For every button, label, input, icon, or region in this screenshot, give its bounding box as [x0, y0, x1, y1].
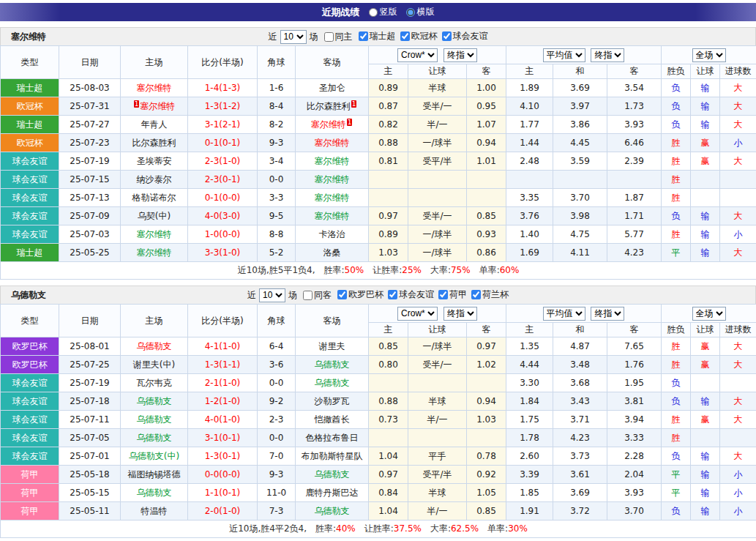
league-checkbox-input[interactable]	[442, 31, 452, 41]
odds-stage-select[interactable]: 终指	[444, 48, 477, 62]
home-team-cell[interactable]: 圣埃蒂安	[121, 152, 188, 171]
away-team-cell[interactable]: 布加勒斯特星队	[296, 447, 369, 466]
avg-away-cell: 3.94	[607, 411, 662, 429]
away-team-cell[interactable]: 洛桑	[296, 244, 369, 262]
away-team-cell[interactable]: 乌德勒支	[296, 374, 369, 392]
layout-option-vertical[interactable]: 竖版	[369, 6, 397, 18]
home-team-cell[interactable]: 乌德勒支	[121, 411, 188, 429]
home-team-cell[interactable]: 1塞尔维特	[121, 97, 188, 116]
layout-radio[interactable]	[406, 8, 415, 17]
league-checkbox-input[interactable]	[359, 31, 368, 41]
home-team-cell[interactable]: 纳沙泰尔	[121, 171, 188, 189]
away-team-cell[interactable]: 塞尔维特	[296, 207, 369, 225]
team-text: 沙勒罗瓦	[315, 396, 350, 406]
home-team-cell[interactable]: 乌德勒支(中)	[121, 447, 188, 466]
away-team-cell[interactable]: 乌德勒支	[296, 502, 369, 521]
venue-filter-checkbox[interactable]: 同客	[299, 289, 332, 302]
league-checkbox-input[interactable]	[438, 290, 448, 299]
team-text: 色格拉布鲁日	[306, 433, 359, 443]
league-checkbox-input[interactable]	[388, 290, 397, 299]
odds-company-select[interactable]: Crow*	[397, 307, 438, 321]
team-text: 纳沙泰尔	[137, 174, 172, 184]
avg-home-cell: 1.78	[506, 429, 553, 447]
away-team-cell[interactable]: 卡洛治	[296, 225, 369, 244]
away-team-cell[interactable]: 塞尔维特1	[296, 116, 369, 134]
match-row: 球会友谊25-07-11乌德勒支4-0(1-0)2-3恺撒酋长0.73半/一1.…	[1, 411, 756, 429]
handicap-result-cell	[691, 171, 720, 189]
scope-select[interactable]: 全场	[692, 307, 726, 321]
match-date-cell: 25-07-11	[59, 411, 121, 429]
team-text: 乌德勒支	[315, 469, 350, 480]
score-cell: 1-2(1-0)	[188, 392, 258, 411]
home-team-cell[interactable]: 塞尔维特	[121, 244, 188, 262]
home-team-cell[interactable]: 乌德勒支	[121, 392, 188, 411]
league-filter-checkbox[interactable]: 球会友谊	[438, 30, 488, 42]
home-team-cell[interactable]: 特温特	[121, 502, 188, 521]
league-checkbox-input[interactable]	[471, 290, 481, 299]
avg-odds-select[interactable]: 平均值	[543, 48, 585, 62]
avg-stage-select[interactable]: 终指	[591, 48, 624, 62]
home-team-cell[interactable]: 乌德勒支	[121, 484, 188, 502]
league-filter-checkbox[interactable]: 欧罗巴杯	[333, 288, 383, 301]
col-date: 日期	[59, 46, 121, 79]
away-team-cell[interactable]: 鹿特丹斯巴达	[296, 484, 369, 502]
odds-company-select[interactable]: Crow*	[397, 48, 438, 62]
layout-radio[interactable]	[369, 8, 378, 17]
layout-option-horizontal[interactable]: 横版	[406, 6, 435, 18]
league-checkbox-input[interactable]	[400, 31, 410, 41]
venue-filter-checkbox[interactable]: 同主	[320, 31, 353, 43]
score-cell: 3-1(2-1)	[188, 116, 258, 134]
home-team-cell[interactable]: 塞尔维特	[121, 79, 188, 97]
team-text: 塞尔维特	[315, 193, 350, 203]
corner-cell: 7-3	[258, 502, 296, 521]
league-filter-checkbox[interactable]: 荷甲	[434, 288, 467, 301]
match-date-cell: 25-07-23	[59, 134, 121, 152]
away-team-cell[interactable]: 乌德勒支	[296, 466, 369, 484]
league-checkbox-input[interactable]	[337, 290, 347, 299]
home-team-cell[interactable]: 比尔森胜利	[121, 134, 188, 152]
goals-result-col: 进球数	[720, 64, 756, 79]
away-team-cell[interactable]: 色格拉布鲁日	[296, 429, 369, 447]
match-count-select[interactable]: 10	[280, 30, 307, 44]
corner-cell: 8-8	[258, 225, 296, 244]
away-team-cell[interactable]: 圣加仑	[296, 79, 369, 97]
league-filter-checkbox[interactable]: 荷兰杯	[467, 288, 509, 301]
league-badge: 球会友谊	[1, 447, 59, 466]
venue-checkbox-input[interactable]	[303, 291, 312, 300]
odds-handicap-cell: 受平/半	[408, 152, 467, 171]
near-label: 近	[247, 289, 256, 302]
league-filter-checkbox[interactable]: 球会友谊	[383, 288, 434, 301]
col-score: 比分(半场)	[188, 305, 258, 337]
home-team-cell[interactable]: 福图纳锡塔德	[121, 466, 188, 484]
away-team-cell[interactable]: 塞尔维特	[296, 152, 369, 171]
venue-checkbox-input[interactable]	[324, 32, 334, 42]
odds-stage-select[interactable]: 终指	[444, 307, 477, 321]
match-date-cell: 25-07-18	[59, 392, 121, 411]
home-team-cell[interactable]: 年青人	[121, 116, 188, 134]
avg-away-cell: 1.73	[607, 97, 662, 116]
away-team-cell[interactable]: 沙勒罗瓦	[296, 392, 369, 411]
match-count-select[interactable]: 10	[259, 288, 285, 302]
home-team-cell[interactable]: 乌契(中)	[121, 207, 188, 225]
odds-home-cell: 0.88	[369, 392, 408, 411]
home-team-cell[interactable]: 瓦尔韦克	[121, 374, 188, 392]
league-badge: 球会友谊	[1, 411, 59, 429]
avg-stage-select[interactable]: 终指	[591, 307, 624, 321]
away-team-cell[interactable]: 比尔森胜利1	[296, 97, 369, 116]
home-team-cell[interactable]: 谢里夫(中)	[121, 356, 188, 374]
home-team-cell[interactable]: 乌德勒支	[121, 337, 188, 356]
away-team-cell[interactable]: 恺撒酋长	[296, 411, 369, 429]
away-team-cell[interactable]: 塞尔维特	[296, 171, 369, 189]
away-team-cell[interactable]: 乌德勒支	[296, 356, 369, 374]
away-team-cell[interactable]: 塞尔维特	[296, 189, 369, 207]
league-filter-checkbox[interactable]: 瑞士超	[354, 30, 396, 42]
home-team-cell[interactable]: 格勒诺布尔	[121, 189, 188, 207]
home-team-cell[interactable]: 乌德勒支	[121, 429, 188, 447]
scope-select[interactable]: 全场	[692, 48, 726, 62]
league-filter-checkbox[interactable]: 欧冠杯	[396, 30, 438, 42]
avg-odds-select[interactable]: 平均值	[543, 307, 585, 321]
score-cell: 0-1(0-1)	[188, 134, 258, 152]
away-team-cell[interactable]: 塞尔维特	[296, 134, 369, 152]
away-team-cell[interactable]: 谢里夫	[296, 337, 369, 356]
home-team-cell[interactable]: 塞尔维特	[121, 225, 188, 244]
